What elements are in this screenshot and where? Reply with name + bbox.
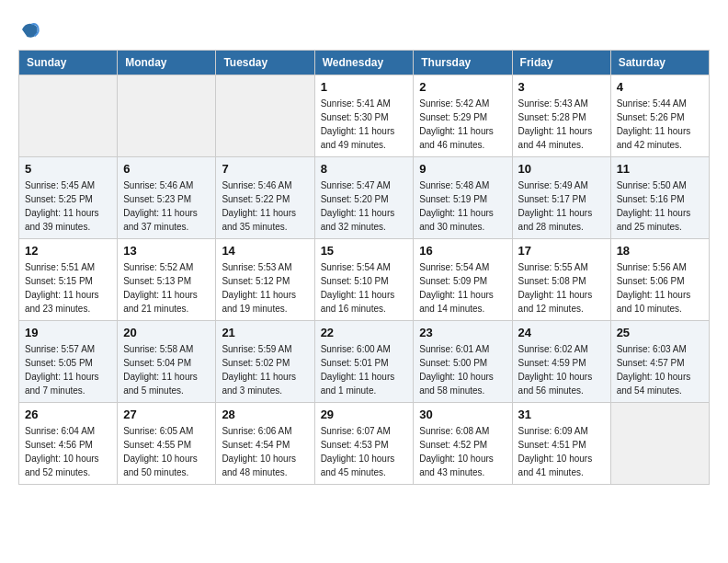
calendar-cell: 16Sunrise: 5:54 AMSunset: 5:09 PMDayligh… [414, 239, 512, 321]
weekday-header: Thursday [414, 51, 512, 75]
day-info: Sunrise: 6:00 AMSunset: 5:01 PMDaylight:… [321, 342, 408, 397]
day-number: 23 [419, 326, 506, 339]
calendar-cell: 21Sunrise: 5:59 AMSunset: 5:02 PMDayligh… [216, 321, 314, 403]
calendar-cell: 20Sunrise: 5:58 AMSunset: 5:04 PMDayligh… [118, 321, 216, 403]
calendar-cell: 17Sunrise: 5:55 AMSunset: 5:08 PMDayligh… [512, 239, 610, 321]
day-info: Sunrise: 6:09 AMSunset: 4:51 PMDaylight:… [518, 424, 605, 479]
calendar-week-row: 19Sunrise: 5:57 AMSunset: 5:05 PMDayligh… [19, 321, 710, 403]
day-number: 13 [123, 244, 210, 258]
day-info: Sunrise: 5:54 AMSunset: 5:09 PMDaylight:… [419, 260, 506, 316]
day-number: 16 [419, 244, 506, 258]
calendar-cell: 28Sunrise: 6:06 AMSunset: 4:54 PMDayligh… [216, 403, 314, 485]
calendar-header-row: SundayMondayTuesdayWednesdayThursdayFrid… [19, 51, 710, 75]
calendar-cell: 4Sunrise: 5:44 AMSunset: 5:26 PMDaylight… [610, 75, 709, 157]
day-number: 26 [25, 408, 111, 421]
calendar-cell: 1Sunrise: 5:41 AMSunset: 5:30 PMDaylight… [314, 75, 414, 157]
calendar-cell [610, 403, 709, 485]
calendar-week-row: 1Sunrise: 5:41 AMSunset: 5:30 PMDaylight… [19, 75, 710, 157]
day-number: 18 [617, 244, 703, 258]
day-info: Sunrise: 5:57 AMSunset: 5:05 PMDaylight:… [25, 342, 111, 397]
calendar-body: 1Sunrise: 5:41 AMSunset: 5:30 PMDaylight… [19, 75, 710, 485]
day-info: Sunrise: 5:44 AMSunset: 5:26 PMDaylight:… [617, 97, 703, 152]
calendar-table: SundayMondayTuesdayWednesdayThursdayFrid… [18, 50, 710, 485]
day-number: 12 [25, 244, 111, 258]
day-number: 29 [321, 408, 408, 421]
day-number: 20 [123, 326, 210, 339]
calendar-cell: 27Sunrise: 6:05 AMSunset: 4:55 PMDayligh… [118, 403, 216, 485]
day-info: Sunrise: 5:55 AMSunset: 5:08 PMDaylight:… [518, 260, 605, 316]
day-number: 25 [617, 326, 703, 339]
day-number: 27 [123, 408, 210, 421]
calendar-week-row: 26Sunrise: 6:04 AMSunset: 4:56 PMDayligh… [19, 403, 710, 485]
calendar-cell: 24Sunrise: 6:02 AMSunset: 4:59 PMDayligh… [512, 321, 610, 403]
day-number: 11 [617, 162, 703, 176]
day-number: 6 [123, 162, 210, 176]
day-number: 31 [518, 408, 605, 421]
day-info: Sunrise: 5:49 AMSunset: 5:17 PMDaylight:… [518, 178, 605, 234]
calendar-cell: 30Sunrise: 6:08 AMSunset: 4:52 PMDayligh… [414, 403, 512, 485]
day-number: 5 [25, 162, 111, 176]
calendar-cell: 5Sunrise: 5:45 AMSunset: 5:25 PMDaylight… [19, 157, 118, 239]
day-info: Sunrise: 6:03 AMSunset: 4:57 PMDaylight:… [617, 342, 703, 397]
calendar-cell: 31Sunrise: 6:09 AMSunset: 4:51 PMDayligh… [512, 403, 610, 485]
weekday-header: Monday [118, 51, 216, 75]
day-info: Sunrise: 6:07 AMSunset: 4:53 PMDaylight:… [321, 424, 408, 479]
calendar-cell: 22Sunrise: 6:00 AMSunset: 5:01 PMDayligh… [314, 321, 414, 403]
day-info: Sunrise: 5:46 AMSunset: 5:23 PMDaylight:… [123, 178, 210, 234]
day-number: 3 [518, 80, 605, 94]
calendar-cell: 25Sunrise: 6:03 AMSunset: 4:57 PMDayligh… [610, 321, 709, 403]
day-number: 10 [518, 162, 605, 176]
logo-icon [18, 18, 40, 40]
calendar-cell [216, 75, 314, 157]
calendar-cell: 2Sunrise: 5:42 AMSunset: 5:29 PMDaylight… [414, 75, 512, 157]
calendar-cell: 7Sunrise: 5:46 AMSunset: 5:22 PMDaylight… [216, 157, 314, 239]
day-number: 17 [518, 244, 605, 258]
calendar-week-row: 12Sunrise: 5:51 AMSunset: 5:15 PMDayligh… [19, 239, 710, 321]
day-info: Sunrise: 5:48 AMSunset: 5:19 PMDaylight:… [419, 178, 506, 234]
day-info: Sunrise: 5:42 AMSunset: 5:29 PMDaylight:… [419, 97, 506, 152]
day-number: 2 [419, 80, 506, 94]
calendar-week-row: 5Sunrise: 5:45 AMSunset: 5:25 PMDaylight… [19, 157, 710, 239]
calendar-cell: 11Sunrise: 5:50 AMSunset: 5:16 PMDayligh… [610, 157, 709, 239]
day-info: Sunrise: 5:56 AMSunset: 5:06 PMDaylight:… [617, 260, 703, 316]
page-header [18, 18, 710, 40]
calendar-cell [19, 75, 118, 157]
calendar-cell: 14Sunrise: 5:53 AMSunset: 5:12 PMDayligh… [216, 239, 314, 321]
calendar-cell: 29Sunrise: 6:07 AMSunset: 4:53 PMDayligh… [314, 403, 414, 485]
weekday-header: Saturday [610, 51, 709, 75]
calendar-cell: 9Sunrise: 5:48 AMSunset: 5:19 PMDaylight… [414, 157, 512, 239]
day-info: Sunrise: 5:46 AMSunset: 5:22 PMDaylight:… [222, 178, 308, 234]
day-info: Sunrise: 5:43 AMSunset: 5:28 PMDaylight:… [518, 97, 605, 152]
calendar-cell: 18Sunrise: 5:56 AMSunset: 5:06 PMDayligh… [610, 239, 709, 321]
calendar-cell: 8Sunrise: 5:47 AMSunset: 5:20 PMDaylight… [314, 157, 414, 239]
day-number: 1 [321, 80, 408, 94]
day-info: Sunrise: 6:02 AMSunset: 4:59 PMDaylight:… [518, 342, 605, 397]
day-number: 22 [321, 326, 408, 339]
day-info: Sunrise: 6:08 AMSunset: 4:52 PMDaylight:… [419, 424, 506, 479]
calendar-cell: 3Sunrise: 5:43 AMSunset: 5:28 PMDaylight… [512, 75, 610, 157]
calendar-cell: 26Sunrise: 6:04 AMSunset: 4:56 PMDayligh… [19, 403, 118, 485]
day-number: 7 [222, 162, 308, 176]
weekday-header: Sunday [19, 51, 118, 75]
day-info: Sunrise: 6:05 AMSunset: 4:55 PMDaylight:… [123, 424, 210, 479]
day-info: Sunrise: 5:59 AMSunset: 5:02 PMDaylight:… [222, 342, 308, 397]
day-info: Sunrise: 5:50 AMSunset: 5:16 PMDaylight:… [617, 178, 703, 234]
day-info: Sunrise: 6:01 AMSunset: 5:00 PMDaylight:… [419, 342, 506, 397]
day-info: Sunrise: 5:41 AMSunset: 5:30 PMDaylight:… [321, 97, 408, 152]
day-info: Sunrise: 5:51 AMSunset: 5:15 PMDaylight:… [25, 260, 111, 316]
day-number: 28 [222, 408, 308, 421]
calendar-cell: 19Sunrise: 5:57 AMSunset: 5:05 PMDayligh… [19, 321, 118, 403]
weekday-header: Friday [512, 51, 610, 75]
weekday-header: Wednesday [314, 51, 414, 75]
calendar-cell: 15Sunrise: 5:54 AMSunset: 5:10 PMDayligh… [314, 239, 414, 321]
day-number: 24 [518, 326, 605, 339]
day-info: Sunrise: 6:04 AMSunset: 4:56 PMDaylight:… [25, 424, 111, 479]
calendar-cell [118, 75, 216, 157]
day-info: Sunrise: 5:45 AMSunset: 5:25 PMDaylight:… [25, 178, 111, 234]
day-info: Sunrise: 5:54 AMSunset: 5:10 PMDaylight:… [321, 260, 408, 316]
day-number: 30 [419, 408, 506, 421]
calendar-cell: 6Sunrise: 5:46 AMSunset: 5:23 PMDaylight… [118, 157, 216, 239]
day-info: Sunrise: 5:47 AMSunset: 5:20 PMDaylight:… [321, 178, 408, 234]
day-number: 4 [617, 80, 703, 94]
calendar-cell: 23Sunrise: 6:01 AMSunset: 5:00 PMDayligh… [414, 321, 512, 403]
